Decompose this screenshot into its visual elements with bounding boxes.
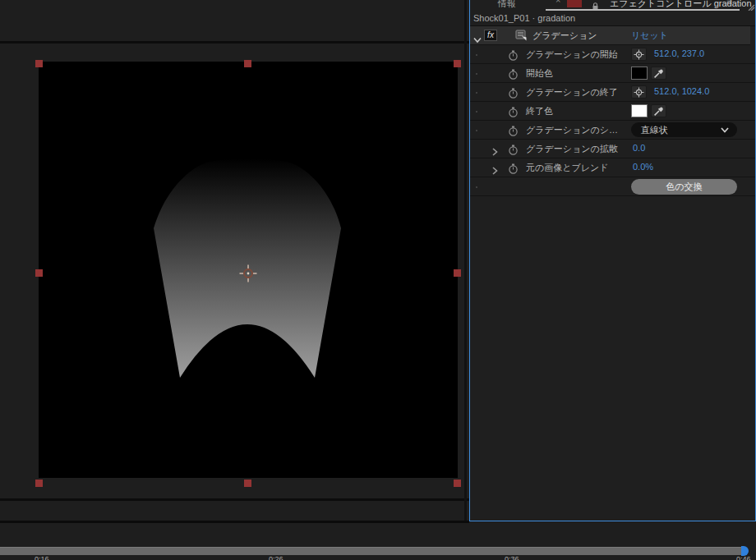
- property-row-start-color: 開始色: [470, 64, 755, 83]
- breadcrumb-bar: Shock01_P01 · gradation: [470, 11, 755, 26]
- selection-handle[interactable]: [454, 60, 461, 67]
- time-ruler-label: 0:16: [35, 555, 49, 560]
- time-ruler-label: 0:26: [269, 555, 284, 560]
- property-row-blend-with-original: 元の画像とブレンド0.0%: [470, 158, 755, 177]
- panel-corner-icon[interactable]: [748, 0, 755, 11]
- position-value[interactable]: 512.0, 1024.0: [654, 86, 709, 96]
- effect-point-icon[interactable]: [631, 85, 647, 99]
- expand-chevron-icon[interactable]: [491, 145, 498, 159]
- selection-handle[interactable]: [454, 269, 461, 277]
- selection-handle[interactable]: [35, 480, 43, 487]
- app-window: 情報 × エフェクトコントロール gradation ≡ Shock01_P01…: [0, 0, 756, 560]
- stopwatch-icon[interactable]: [508, 144, 519, 158]
- effect-header-row[interactable]: fx グラデーション リセット: [470, 26, 750, 45]
- eyedropper-icon[interactable]: [651, 67, 666, 80]
- anchor-point-icon[interactable]: [238, 264, 258, 283]
- color-swatch[interactable]: [631, 67, 648, 80]
- property-row-ramp-end: グラデーションの終了512.0, 1024.0: [470, 83, 755, 102]
- fx-badge[interactable]: fx: [484, 30, 497, 41]
- time-ruler-label: 0:36: [505, 555, 519, 560]
- row-dot: [476, 130, 477, 131]
- property-label: グラデーションの終了: [526, 86, 618, 99]
- selection-handle[interactable]: [244, 60, 251, 67]
- property-row-end-color: 終了色: [470, 102, 755, 121]
- composition-viewer: [0, 0, 469, 523]
- property-row-ramp-scatter: グラデーションの拡散0.0: [470, 140, 755, 158]
- reset-button[interactable]: リセット: [631, 30, 668, 42]
- position-value[interactable]: 512.0, 237.0: [654, 48, 704, 58]
- row-dot: [476, 54, 477, 56]
- stopwatch-icon[interactable]: [508, 49, 519, 64]
- expand-chevron-icon[interactable]: [491, 163, 498, 178]
- viewer-top-divider: [0, 41, 469, 44]
- horizontal-scrollbar[interactable]: [0, 547, 741, 555]
- row-dot: [476, 92, 477, 94]
- effect-point-icon[interactable]: [631, 48, 647, 61]
- color-swatch[interactable]: [631, 104, 648, 117]
- number-value[interactable]: 0.0: [633, 143, 645, 153]
- stopwatch-icon[interactable]: [508, 68, 519, 83]
- property-label: 元の画像とブレンド: [526, 162, 609, 174]
- composition-canvas[interactable]: [39, 62, 458, 478]
- effect-controls-panel: 情報 × エフェクトコントロール gradation ≡ Shock01_P01…: [469, 0, 756, 521]
- eyedropper-icon[interactable]: [651, 104, 666, 117]
- viewer-panel-divider[interactable]: [464, 0, 467, 521]
- property-row-ramp-shape: グラデーションのシ…直線状: [470, 121, 755, 140]
- effect-icon: [515, 30, 527, 44]
- shape-dropdown[interactable]: 直線状: [631, 122, 737, 137]
- panel-menu-icon[interactable]: ≡: [726, 0, 732, 7]
- row-dot: [476, 73, 477, 75]
- stopwatch-icon[interactable]: [508, 87, 519, 102]
- stopwatch-icon[interactable]: [508, 106, 519, 121]
- selection-handle[interactable]: [35, 269, 43, 277]
- stopwatch-icon[interactable]: [508, 125, 519, 140]
- swap-colors-button[interactable]: 色の交換: [631, 179, 737, 195]
- selection-handle[interactable]: [244, 480, 251, 487]
- property-row-swap-colors: 色の交換: [470, 177, 755, 196]
- row-dot: [476, 186, 477, 188]
- time-ruler-label: 0:46: [736, 555, 751, 560]
- breadcrumb: Shock01_P01 · gradation: [473, 13, 575, 23]
- viewer-bottom-divider: [0, 498, 469, 501]
- property-label: 終了色: [526, 105, 553, 117]
- tab-info[interactable]: 情報: [498, 0, 516, 10]
- property-label: グラデーションのシ…: [526, 124, 618, 136]
- selection-handle[interactable]: [35, 60, 43, 67]
- effect-name: グラデーション: [532, 30, 597, 42]
- property-label: 開始色: [526, 67, 553, 80]
- tab-color-square: [567, 0, 582, 7]
- timeline-strip: 0:160:260:360:46: [0, 523, 756, 560]
- number-value[interactable]: 0.0%: [633, 162, 653, 172]
- stopwatch-icon[interactable]: [508, 163, 519, 177]
- selection-handle[interactable]: [454, 480, 461, 487]
- close-icon[interactable]: ×: [555, 0, 560, 5]
- panel-tab-bar: 情報 × エフェクトコントロール gradation ≡: [470, 0, 755, 11]
- property-row-ramp-start: グラデーションの開始512.0, 237.0: [470, 45, 755, 64]
- property-label: グラデーションの拡散: [526, 143, 618, 155]
- row-dot: [476, 111, 477, 112]
- property-label: グラデーションの開始: [526, 48, 618, 61]
